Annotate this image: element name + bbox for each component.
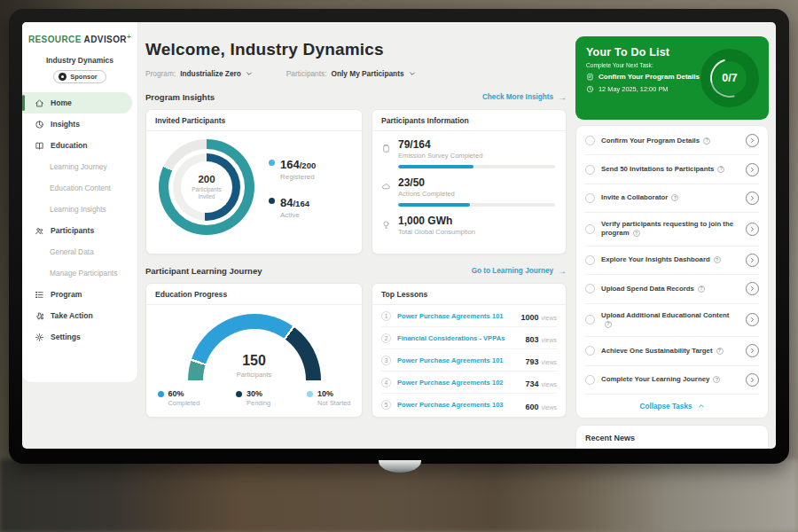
task-info-icon[interactable]: ? <box>716 348 724 355</box>
task-open-button[interactable] <box>746 344 759 357</box>
lesson-title-link[interactable]: Power Purchase Agreements 102 <box>397 379 519 387</box>
task-info-icon[interactable]: ? <box>714 256 721 263</box>
lesson-views-count: 600 <box>525 403 538 411</box>
sidebar-item-learning-insights[interactable]: Learning Insights <box>22 199 137 220</box>
task-checkbox[interactable] <box>585 346 595 356</box>
monitor: RESOURCE ADVISOR+ Industry Dynamics Spon… <box>9 9 789 464</box>
task-info-icon[interactable]: ? <box>698 286 705 293</box>
top-lessons-list: 1Power Purchase Agreements 1011000views2… <box>372 305 566 416</box>
donut-legend-item-active: 84/164Active <box>269 194 316 219</box>
task-row-achieve-one-sustainability-target[interactable]: Achieve One Sustainability Target? <box>585 337 759 365</box>
sidebar-item-take-action[interactable]: Take Action <box>22 305 137 326</box>
lesson-views: 1000views <box>520 308 557 324</box>
task-info-icon[interactable]: ? <box>605 321 612 328</box>
task-row-invite-a-collaborator[interactable]: Invite a Collaborator? <box>585 184 759 213</box>
lesson-rank-badge: 5 <box>381 400 391 410</box>
settings-icon <box>35 332 44 342</box>
task-checkbox[interactable] <box>585 224 595 234</box>
sidebar-item-settings[interactable]: Settings <box>22 326 137 348</box>
lesson-title-link[interactable]: Power Purchase Agreements 101 <box>397 356 519 364</box>
lesson-rank-badge: 4 <box>381 378 391 387</box>
task-row-verify-participants-requesting-to-join-the-program[interactable]: Verify participants requesting to join t… <box>585 213 759 246</box>
lesson-row-4[interactable]: 4Power Purchase Agreements 102734views <box>381 372 557 394</box>
sponsor-label: Sponsor <box>70 73 97 81</box>
brand-primary: RESOURCE <box>28 35 82 44</box>
legend-dot-icon <box>158 391 164 397</box>
stat-actions-completed: 23/50Actions Completed <box>381 176 555 207</box>
tasks-card: Confirm Your Program Details?Send 50 Inv… <box>575 125 769 419</box>
sidebar-item-manage-participants[interactable]: Manage Participants <box>22 262 137 284</box>
lesson-views-count: 793 <box>525 357 538 366</box>
lesson-row-2[interactable]: 2Financial Considerations - VPPAs803view… <box>381 327 557 349</box>
lesson-row-1[interactable]: 1Power Purchase Agreements 1011000views <box>381 305 557 327</box>
lesson-title-link[interactable]: Financial Considerations - VPPAs <box>397 334 519 342</box>
arrow-right-icon: → <box>558 266 567 276</box>
task-checkbox[interactable] <box>585 165 595 175</box>
lesson-title-link[interactable]: Power Purchase Agreements 103 <box>397 401 519 409</box>
task-open-button[interactable] <box>746 282 759 295</box>
sidebar-item-participants[interactable]: Participants <box>22 220 137 241</box>
legend-text: 84/164Active <box>280 194 309 219</box>
lesson-row-3[interactable]: 3Power Purchase Agreements 101793views <box>381 349 557 372</box>
todo-due-date: 12 May 2025, 12:00 PM <box>598 85 668 93</box>
task-checkbox[interactable] <box>585 315 595 325</box>
participants-filter-dropdown[interactable]: Participants: Only My Participants <box>286 69 416 78</box>
sidebar-item-home[interactable]: Home <box>22 92 132 113</box>
task-row-confirm-your-program-details[interactable]: Confirm Your Program Details? <box>585 127 759 155</box>
brand-plus: + <box>127 33 131 41</box>
task-checkbox[interactable] <box>585 193 595 203</box>
clipboard-icon <box>381 141 391 151</box>
task-info-icon[interactable]: ? <box>633 230 640 237</box>
task-info-icon[interactable]: ? <box>703 137 710 145</box>
program-filter-dropdown[interactable]: Program: Industrialize Zero <box>145 69 253 78</box>
stat-total-global-consumption: 1,000 GWhTotal Global Consumption <box>381 215 555 236</box>
task-checkbox[interactable] <box>585 255 595 265</box>
participants-information-body: 79/164Emission Survey Completed23/50Acti… <box>372 131 566 236</box>
task-row-explore-your-insights-dashboard[interactable]: Explore Your Insights Dashboard? <box>585 246 759 275</box>
task-row-upload-spend-data-records[interactable]: Upload Spend Data Records? <box>585 275 759 303</box>
sidebar-item-insights[interactable]: Insights <box>22 113 137 135</box>
sidebar-item-education[interactable]: Education <box>22 135 137 156</box>
task-open-button[interactable] <box>746 163 759 176</box>
task-info-icon[interactable]: ? <box>717 166 724 173</box>
task-open-button[interactable] <box>746 223 759 236</box>
lesson-title-link[interactable]: Power Purchase Agreements 101 <box>397 312 514 320</box>
task-info-icon[interactable]: ? <box>713 376 720 383</box>
task-label: Upload Additional Educational Content? <box>601 311 739 329</box>
task-row-upload-additional-educational-content[interactable]: Upload Additional Educational Content? <box>585 304 759 338</box>
task-open-button[interactable] <box>746 254 759 267</box>
invited-participants-body: 200 Participants Invited 164/200Register… <box>146 131 362 235</box>
invited-participants-card: Invited Participants 200 Participants In… <box>145 109 363 254</box>
task-open-button[interactable] <box>746 313 759 326</box>
donut-legend: 164/200Registered84/164Active <box>269 156 316 219</box>
sidebar-item-label: Home <box>51 98 72 107</box>
sidebar-item-program[interactable]: Program <box>22 284 137 305</box>
collapse-tasks-link[interactable]: Collapse Tasks <box>585 395 759 419</box>
learning-journey-heading: Participant Learning Journey <box>145 266 262 276</box>
sidebar-item-learning-journey[interactable]: Learning Journey <box>22 156 137 177</box>
check-more-insights-link[interactable]: Check More Insights → <box>482 92 567 102</box>
task-open-button[interactable] <box>746 192 759 205</box>
task-open-button[interactable] <box>746 373 759 387</box>
task-checkbox[interactable] <box>585 375 595 385</box>
sidebar-item-general-data[interactable]: General Data <box>22 241 137 262</box>
program-insights-header: Program Insights Check More Insights → <box>145 92 567 102</box>
task-info-icon[interactable]: ? <box>671 194 678 201</box>
lesson-views-label: views <box>541 315 557 321</box>
learning-cards-row: Education Progress 150 Participants 60%C… <box>145 283 567 418</box>
task-row-send-50-invitations-to-participants[interactable]: Send 50 Invitations to Participants? <box>585 155 759 184</box>
invited-donut-inner-ring: 200 Participants Invited <box>173 153 240 221</box>
go-to-learning-journey-link[interactable]: Go to Learning Journey → <box>472 266 567 276</box>
donut-center: 200 Participants Invited <box>181 161 232 213</box>
lesson-row-5[interactable]: 5Power Purchase Agreements 103600views <box>381 394 557 416</box>
task-checkbox[interactable] <box>585 136 595 145</box>
task-open-button[interactable] <box>746 134 759 147</box>
sidebar-item-education-content[interactable]: Education Content <box>22 177 137 199</box>
sidebar-item-label: Settings <box>51 332 81 341</box>
brand-secondary: ADVISOR <box>84 35 127 44</box>
recent-news-card: Recent News <box>575 425 769 449</box>
program-icon <box>35 290 44 300</box>
collapse-tasks-label: Collapse Tasks <box>639 403 692 411</box>
task-row-complete-your-learning-journey[interactable]: Complete Your Learning Journey? <box>585 366 759 395</box>
task-checkbox[interactable] <box>585 284 595 293</box>
